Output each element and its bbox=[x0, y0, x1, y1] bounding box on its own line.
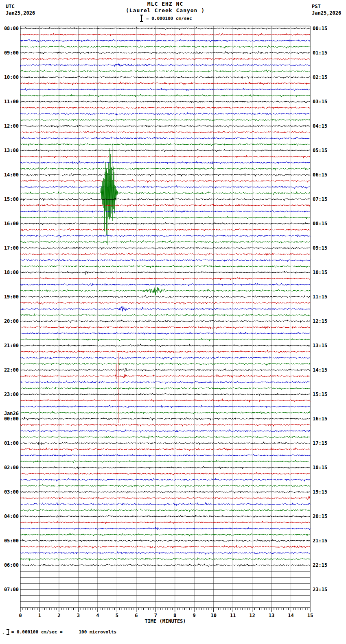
scale-ibeam-icon bbox=[140, 15, 143, 22]
trace-row bbox=[20, 210, 310, 213]
utc-time-label: 04:00 bbox=[4, 513, 19, 519]
trace-row bbox=[20, 338, 310, 341]
trace-row bbox=[20, 436, 310, 439]
pst-time-label: 20:15 bbox=[313, 513, 327, 519]
pst-time-label: 06:15 bbox=[313, 172, 327, 178]
trace-row bbox=[20, 374, 310, 378]
trace-row bbox=[20, 271, 310, 275]
trace-row bbox=[20, 265, 310, 268]
trace-row bbox=[20, 472, 310, 475]
trace-row bbox=[20, 564, 310, 567]
utc-time-label: 22:00 bbox=[4, 367, 19, 373]
trace-row bbox=[20, 76, 310, 79]
trace-row bbox=[20, 368, 310, 372]
trace-row bbox=[20, 287, 310, 295]
pst-label: PST bbox=[312, 3, 341, 10]
utc-time-label: 20:00 bbox=[4, 318, 19, 324]
utc-time-label: 03:00 bbox=[4, 489, 19, 495]
axis-tick-label: 6 bbox=[135, 613, 138, 618]
trace-row bbox=[20, 247, 310, 250]
trace-row bbox=[20, 107, 310, 109]
trace-row bbox=[20, 332, 310, 335]
pst-time-label: 17:15 bbox=[313, 440, 327, 446]
scale-text: = 0.000100 cm/sec bbox=[146, 16, 192, 21]
trace-row bbox=[20, 399, 310, 402]
axis-tick-label: 1 bbox=[38, 613, 41, 618]
axis-tick-label: 11 bbox=[230, 613, 236, 618]
trace-row bbox=[20, 70, 310, 72]
trace-row bbox=[20, 484, 310, 487]
trace-row bbox=[20, 423, 310, 426]
axis-tick-label: 4 bbox=[96, 613, 99, 618]
axis-tick-label: 8 bbox=[173, 613, 176, 618]
axis-tick-label: 9 bbox=[193, 613, 196, 618]
trace-row bbox=[20, 533, 310, 536]
trace-row bbox=[20, 357, 310, 359]
trace-row bbox=[20, 131, 310, 133]
trace-row bbox=[20, 155, 310, 158]
trace-row bbox=[20, 491, 310, 494]
trace-row bbox=[20, 350, 310, 353]
utc-time-label: 17:00 bbox=[4, 245, 19, 251]
trace-row bbox=[20, 515, 310, 518]
utc-time-label: 15:00 bbox=[4, 196, 19, 202]
pst-time-label: 01:15 bbox=[313, 50, 327, 56]
trace-row bbox=[20, 143, 310, 146]
axis-tick-label: 15 bbox=[307, 613, 313, 618]
webicorder-page: MLC EHZ NC (Laurel Creek Canyon ) = 0.00… bbox=[0, 0, 346, 644]
trace-row bbox=[20, 295, 310, 298]
trace-row bbox=[20, 442, 310, 445]
scale-readout: = 0.000100 cm/sec bbox=[140, 15, 192, 22]
trace-row bbox=[20, 58, 310, 60]
pst-time-label: 09:15 bbox=[313, 245, 327, 251]
utc-rollover-label: Jan26 bbox=[4, 411, 19, 416]
trace-row bbox=[20, 112, 310, 115]
pst-time-label: 04:15 bbox=[313, 123, 327, 129]
utc-time-label: 16:00 bbox=[4, 221, 19, 226]
trace-row bbox=[20, 277, 310, 280]
pst-time-label: 05:15 bbox=[313, 148, 327, 153]
trace-row bbox=[20, 363, 310, 366]
trace-row bbox=[20, 411, 310, 414]
trace-row bbox=[20, 45, 310, 48]
pst-time-label: 23:15 bbox=[313, 587, 327, 592]
trace-row bbox=[20, 521, 310, 524]
utc-time-label: 21:00 bbox=[4, 343, 19, 348]
pst-time-label: 21:15 bbox=[313, 538, 327, 544]
utc-time-label: 11:00 bbox=[4, 99, 19, 104]
pst-time-label: 07:15 bbox=[313, 196, 327, 202]
trace-row bbox=[20, 326, 310, 329]
trace-row bbox=[20, 52, 310, 54]
trace-row bbox=[20, 393, 310, 396]
trace-row bbox=[20, 545, 310, 548]
trace-row bbox=[20, 228, 310, 231]
trace-row bbox=[20, 454, 310, 457]
trace-row bbox=[20, 161, 310, 164]
utc-date: Jan25,2026 bbox=[6, 10, 35, 16]
trace-row bbox=[20, 39, 310, 42]
pst-time-label: 10:15 bbox=[313, 270, 327, 275]
pst-time-label: 00:15 bbox=[313, 26, 327, 31]
utc-time-label: 13:00 bbox=[4, 148, 19, 153]
utc-time-label: 07:00 bbox=[4, 587, 19, 592]
trace-row bbox=[20, 167, 310, 170]
utc-time-label: 23:00 bbox=[4, 392, 19, 397]
trace-row bbox=[20, 448, 310, 451]
trace-row bbox=[20, 125, 310, 128]
trace-row bbox=[20, 478, 310, 481]
trace-row bbox=[20, 253, 310, 256]
trace-row bbox=[20, 306, 310, 311]
utc-header: UTC Jan25,2026 bbox=[6, 3, 35, 16]
utc-time-label: 06:00 bbox=[4, 562, 19, 568]
trace-row bbox=[20, 552, 310, 555]
trace-row bbox=[20, 137, 310, 139]
trace-row bbox=[20, 387, 310, 390]
trace-row bbox=[20, 204, 310, 207]
utc-time-label: 19:00 bbox=[4, 294, 19, 300]
utc-time-label: 02:00 bbox=[4, 465, 19, 470]
trace-row bbox=[20, 460, 310, 463]
utc-time-label: 18:00 bbox=[4, 270, 19, 275]
trace-row bbox=[20, 198, 310, 201]
trace-row bbox=[20, 417, 310, 421]
station-title: MLC EHZ NC bbox=[0, 1, 331, 7]
